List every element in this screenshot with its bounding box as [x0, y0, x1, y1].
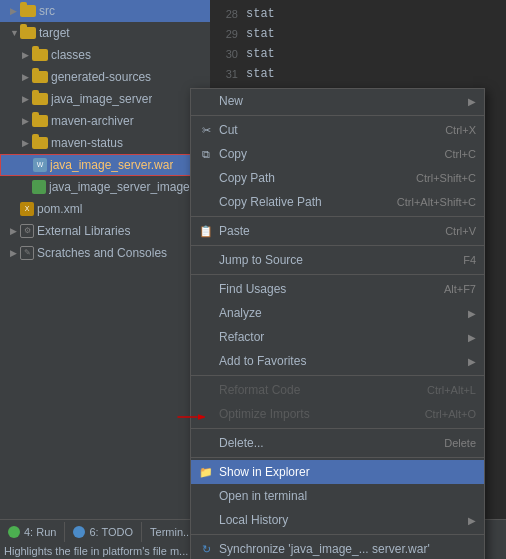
- code-line-28: 28 stat: [216, 4, 506, 24]
- status-text: Highlights the file in platform's file m…: [4, 545, 188, 557]
- refactor-arrow: ▶: [468, 332, 476, 343]
- classes-label: classes: [51, 48, 91, 62]
- jump-to-source-shortcut: F4: [463, 254, 476, 266]
- menu-item-refactor[interactable]: Refactor ▶: [191, 325, 484, 349]
- target-folder-icon: [20, 27, 36, 39]
- copy-path-label: Copy Path: [219, 171, 396, 185]
- tree-item-pom[interactable]: X pom.xml: [0, 198, 210, 220]
- divider-5: [191, 375, 484, 376]
- file-tree: src target classes generated-sources jav…: [0, 0, 210, 520]
- todo-tab-label: 6: TODO: [89, 526, 133, 538]
- red-arrow-indicator: [175, 407, 205, 427]
- menu-item-open-in-terminal[interactable]: Open in terminal: [191, 484, 484, 508]
- menu-item-copy-path[interactable]: Copy Path Ctrl+Shift+C: [191, 166, 484, 190]
- synchronize-icon: ↻: [197, 540, 215, 558]
- copy-relative-path-shortcut: Ctrl+Alt+Shift+C: [397, 196, 476, 208]
- menu-item-paste[interactable]: 📋 Paste Ctrl+V: [191, 219, 484, 243]
- copy-icon: ⧉: [197, 145, 215, 163]
- synchronize-label: Synchronize 'java_image_... server.war': [219, 542, 476, 556]
- tree-item-maven-archiver[interactable]: maven-archiver: [0, 110, 210, 132]
- src-arrow: [10, 6, 20, 16]
- menu-item-new[interactable]: New ▶: [191, 89, 484, 113]
- tree-item-classes[interactable]: classes: [0, 44, 210, 66]
- open-in-terminal-icon: [197, 487, 215, 505]
- tree-item-src[interactable]: src: [0, 0, 210, 22]
- menu-item-find-usages[interactable]: Find Usages Alt+F7: [191, 277, 484, 301]
- analyze-arrow: ▶: [468, 308, 476, 319]
- todo-icon: [73, 526, 85, 538]
- menu-item-synchronize[interactable]: ↻ Synchronize 'java_image_... server.war…: [191, 537, 484, 559]
- local-history-label: Local History: [219, 513, 468, 527]
- scratches-label: Scratches and Consoles: [37, 246, 167, 260]
- copy-shortcut: Ctrl+C: [445, 148, 476, 160]
- classes-folder-icon: [32, 49, 48, 61]
- menu-item-jump-to-source[interactable]: Jump to Source F4: [191, 248, 484, 272]
- line-content-29: stat: [246, 27, 275, 41]
- run-tab[interactable]: 4: Run: [0, 522, 65, 542]
- run-tab-label: 4: Run: [24, 526, 56, 538]
- delete-shortcut: Delete: [444, 437, 476, 449]
- menu-item-optimize-imports[interactable]: Optimize Imports Ctrl+Alt+O: [191, 402, 484, 426]
- ext-lib-icon: ⚙: [20, 224, 34, 238]
- menu-item-cut[interactable]: ✂ Cut Ctrl+X: [191, 118, 484, 142]
- menu-item-reformat-code[interactable]: Reformat Code Ctrl+Alt+L: [191, 378, 484, 402]
- target-arrow: [10, 28, 20, 38]
- maven-status-label: maven-status: [51, 136, 123, 150]
- local-history-icon: [197, 511, 215, 529]
- menu-item-copy[interactable]: ⧉ Copy Ctrl+C: [191, 142, 484, 166]
- copy-path-icon: [197, 169, 215, 187]
- paste-shortcut: Ctrl+V: [445, 225, 476, 237]
- image-label: java_image_server_image.i: [49, 180, 196, 194]
- tree-item-external-libraries[interactable]: ⚙ External Libraries: [0, 220, 210, 242]
- src-folder-icon: [20, 5, 36, 17]
- reformat-code-icon: [197, 381, 215, 399]
- code-line-31: 31 stat: [216, 64, 506, 84]
- delete-label: Delete...: [219, 436, 424, 450]
- maven-archiver-label: maven-archiver: [51, 114, 134, 128]
- classes-arrow: [22, 50, 32, 60]
- tree-item-image[interactable]: java_image_server_image.i: [0, 176, 210, 198]
- show-in-explorer-icon: 📁: [197, 463, 215, 481]
- find-usages-icon: [197, 280, 215, 298]
- java-image-server-label: java_image_server: [51, 92, 152, 106]
- line-content-30: stat: [246, 47, 275, 61]
- menu-item-local-history[interactable]: Local History ▶: [191, 508, 484, 532]
- local-history-arrow: ▶: [468, 515, 476, 526]
- cut-label: Cut: [219, 123, 425, 137]
- menu-item-add-to-favorites[interactable]: Add to Favorites ▶: [191, 349, 484, 373]
- tree-item-target[interactable]: target: [0, 22, 210, 44]
- src-label: src: [39, 4, 55, 18]
- todo-tab[interactable]: 6: TODO: [65, 522, 142, 542]
- tree-item-maven-status[interactable]: maven-status: [0, 132, 210, 154]
- maven-status-arrow: [22, 138, 32, 148]
- tree-item-war[interactable]: W java_image_server.war: [0, 154, 210, 176]
- line-num-31: 31: [216, 68, 246, 80]
- new-label: New: [219, 94, 468, 108]
- menu-item-show-in-explorer[interactable]: 📁 Show in Explorer: [191, 460, 484, 484]
- tree-item-java-image-server[interactable]: java_image_server: [0, 88, 210, 110]
- copy-relative-path-icon: [197, 193, 215, 211]
- run-icon: [8, 526, 20, 538]
- tree-item-scratches[interactable]: ✎ Scratches and Consoles: [0, 242, 210, 264]
- pom-label: pom.xml: [37, 202, 82, 216]
- war-file-icon: W: [33, 158, 47, 172]
- tree-item-generated-sources[interactable]: generated-sources: [0, 66, 210, 88]
- target-label: target: [39, 26, 70, 40]
- find-usages-label: Find Usages: [219, 282, 424, 296]
- copy-label: Copy: [219, 147, 425, 161]
- scratches-icon: ✎: [20, 246, 34, 260]
- generated-sources-folder-icon: [32, 71, 48, 83]
- jump-to-source-icon: [197, 251, 215, 269]
- code-line-29: 29 stat: [216, 24, 506, 44]
- ext-lib-label: External Libraries: [37, 224, 130, 238]
- menu-item-analyze[interactable]: Analyze ▶: [191, 301, 484, 325]
- analyze-label: Analyze: [219, 306, 468, 320]
- code-line-30: 30 stat: [216, 44, 506, 64]
- scratches-arrow: [10, 248, 20, 258]
- menu-item-delete[interactable]: Delete... Delete: [191, 431, 484, 455]
- line-num-28: 28: [216, 8, 246, 20]
- context-menu: New ▶ ✂ Cut Ctrl+X ⧉ Copy Ctrl+C Copy Pa…: [190, 88, 485, 559]
- menu-item-copy-relative-path[interactable]: Copy Relative Path Ctrl+Alt+Shift+C: [191, 190, 484, 214]
- divider-1: [191, 115, 484, 116]
- war-label: java_image_server.war: [50, 158, 173, 172]
